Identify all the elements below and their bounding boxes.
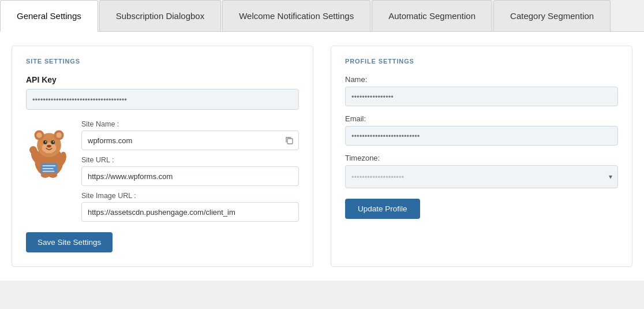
name-group: Name: [345, 75, 618, 106]
site-url-label: Site URL : [81, 156, 299, 164]
profile-settings-panel: PROFILE SETTINGS Name: Email: Timezone: … [331, 46, 632, 267]
tabs-navigation: General Settings Subscription Dialogbox … [0, 0, 644, 32]
svg-point-20 [48, 173, 57, 178]
email-group: Email: [345, 114, 618, 146]
name-input[interactable] [345, 87, 618, 106]
site-image-url-group: Site Image URL : [81, 192, 299, 222]
svg-rect-16 [43, 165, 56, 166]
api-key-label: API Key [26, 75, 299, 84]
tab-welcome-notification-settings[interactable]: Welcome Notification Settings [222, 0, 370, 31]
site-name-input[interactable] [81, 131, 299, 150]
svg-point-19 [41, 173, 50, 178]
site-url-input[interactable] [81, 166, 299, 186]
site-image-url-input-wrapper [81, 202, 299, 222]
svg-point-9 [45, 142, 46, 143]
site-settings-row: Site Name : Site URL : [26, 120, 299, 222]
email-input[interactable] [345, 126, 618, 146]
tab-automatic-segmention[interactable]: Automatic Segmention [372, 0, 492, 31]
site-name-label: Site Name : [81, 120, 299, 128]
tab-general-settings[interactable]: General Settings [0, 0, 98, 32]
site-settings-panel: SITE SETTINGS API Key [12, 46, 313, 267]
site-image-url-input[interactable] [81, 202, 299, 222]
site-fields: Site Name : Site URL : [81, 120, 299, 222]
update-profile-button[interactable]: Update Profile [345, 199, 420, 219]
copy-icon[interactable] [284, 135, 294, 146]
main-content: SITE SETTINGS API Key [0, 32, 644, 281]
site-url-group: Site URL : [81, 156, 299, 186]
svg-rect-18 [43, 171, 55, 172]
name-label: Name: [345, 75, 618, 84]
timezone-select[interactable] [345, 165, 618, 188]
site-image-url-label: Site Image URL : [81, 192, 299, 200]
site-name-group: Site Name : [81, 120, 299, 150]
timezone-group: Timezone: ▾ [345, 154, 618, 188]
svg-point-5 [56, 132, 61, 137]
timezone-label: Timezone: [345, 154, 618, 162]
bear-mascot [26, 126, 72, 180]
site-name-input-wrapper [81, 131, 299, 150]
svg-point-7 [43, 140, 47, 144]
email-label: Email: [345, 114, 618, 123]
profile-fields: Name: Email: Timezone: ▾ [345, 75, 618, 188]
svg-point-6 [42, 142, 57, 153]
profile-settings-title: PROFILE SETTINGS [345, 58, 618, 65]
svg-rect-17 [43, 168, 54, 169]
tab-subscription-dialogbox[interactable]: Subscription Dialogbox [99, 0, 221, 31]
timezone-select-wrapper: ▾ [345, 165, 618, 188]
svg-point-8 [51, 140, 55, 144]
save-site-settings-button[interactable]: Save Site Settings [26, 232, 113, 252]
site-settings-title: SITE SETTINGS [26, 58, 299, 65]
svg-rect-21 [287, 139, 293, 144]
tab-category-segmention[interactable]: Category Segmention [493, 0, 611, 31]
site-url-input-wrapper [81, 166, 299, 186]
svg-point-11 [47, 145, 51, 148]
svg-point-14 [29, 146, 37, 154]
svg-point-10 [53, 142, 54, 143]
api-key-input[interactable] [26, 89, 299, 110]
svg-point-3 [36, 132, 42, 137]
